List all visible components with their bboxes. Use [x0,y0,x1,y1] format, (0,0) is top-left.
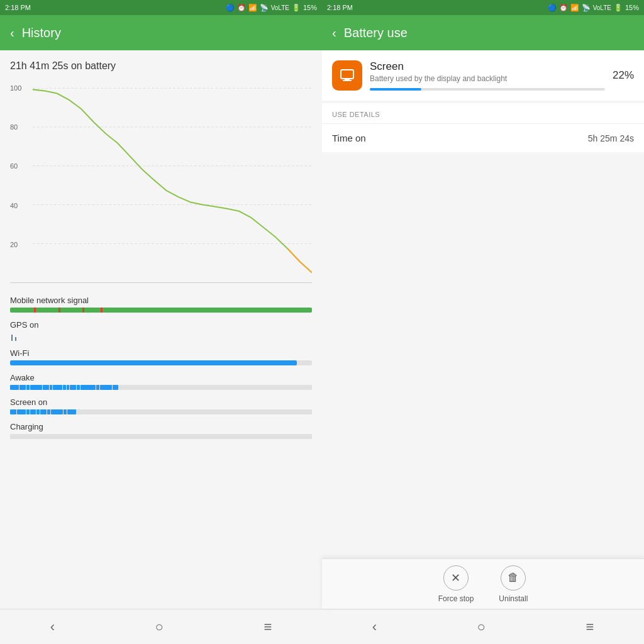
time-on-value: 5h 25m 24s [588,133,634,143]
screen-card: Screen Battery used by the display and b… [322,50,644,101]
force-stop-button[interactable]: ✕ Force stop [438,565,474,603]
volte-label-r: VoLTE [593,4,611,11]
header-left: ‹ History [0,15,322,50]
uninstall-button[interactable]: 🗑 Uninstall [499,565,528,603]
battery-duration: 21h 41m 25s on battery [10,60,312,72]
screen-on-row: Screen on [10,397,312,414]
y-label-40: 40 [10,202,30,209]
y-label-60: 60 [10,162,30,170]
gps-label: GPS on [10,320,312,330]
mobile-network-bar [10,308,312,313]
status-bar-right: 2:18 PM 🔵 ⏰ 📶 📡 VoLTE 🔋 15% [322,0,644,15]
nav-home-right[interactable]: ○ [477,619,486,635]
right-content: Screen Battery used by the display and b… [322,50,644,609]
screen-icon-wrap [332,60,362,91]
status-bar-left: 2:18 PM 🔵 ⏰ 📶 📡 VoLTE 🔋 15% [0,0,322,15]
wifi-icon-r: 📶 [570,4,579,12]
nav-menu-right[interactable]: ≡ [586,619,594,635]
charging-row: Charging [10,422,312,439]
screen-icon [338,67,356,84]
bluetooth-icon: 🔵 [226,4,235,12]
wifi-bar [10,360,312,365]
charging-bar [10,434,312,439]
uninstall-label: Uninstall [499,594,528,603]
wifi-label: Wi-Fi [10,348,312,358]
mobile-network-label: Mobile network signal [10,296,312,305]
back-button-right[interactable]: ‹ [332,26,336,40]
mobile-network-row: Mobile network signal [10,296,312,313]
nav-back-left[interactable]: ‹ [50,619,55,635]
header-right: ‹ Battery use [322,15,644,50]
network-tick-3 [82,308,84,313]
time-on-label: Time on [332,133,366,143]
signal-icon-r: 📡 [582,4,591,12]
page-title-left: History [22,26,61,40]
nav-bar-left: ‹ ○ ≡ [0,609,322,644]
y-label-80: 80 [10,123,30,131]
force-stop-circle: ✕ [443,565,469,591]
awake-row: Awake [10,373,312,390]
charging-label: Charging [10,422,312,431]
force-stop-bar: ✕ Force stop 🗑 Uninstall [322,558,644,609]
force-stop-label: Force stop [438,594,474,603]
wifi-row: Wi-Fi [10,348,312,365]
use-details-header: USE DETAILS [322,103,644,123]
svg-rect-5 [341,70,353,79]
screen-desc: Battery used by the display and backligh… [370,74,605,83]
back-button-left[interactable]: ‹ [10,26,14,40]
screen-name: Screen [370,60,605,73]
nav-menu-left[interactable]: ≡ [264,619,272,635]
battery-line-chart [33,82,312,282]
battery-icon-r: 🔋 [614,4,623,12]
awake-bar [10,385,312,390]
awake-label: Awake [10,373,312,382]
gps-row: GPS on [10,320,312,341]
signal-icon: 📡 [260,4,269,12]
usage-bar-fill [370,88,421,91]
network-tick-2 [58,308,60,313]
screen-on-bar [10,409,312,414]
usage-bar-wrap [370,88,605,91]
time-left: 2:18 PM [5,4,31,11]
bluetooth-icon-r: 🔵 [548,4,557,12]
battery-icon: 🔋 [292,4,301,12]
alarm-icon-r: ⏰ [559,4,568,12]
page-title-right: Battery use [344,26,408,40]
alarm-icon: ⏰ [237,4,246,12]
time-on-row: Time on 5h 25m 24s [322,123,644,152]
network-tick-1 [34,308,36,313]
time-right: 2:18 PM [327,4,353,11]
battery-pct-right: 15% [625,4,639,11]
nav-bar-right: ‹ ○ ≡ [322,609,644,644]
screen-percent: 22% [613,69,634,82]
screen-header: Screen Battery used by the display and b… [332,60,634,91]
wifi-icon: 📶 [248,4,257,12]
volte-label: VoLTE [271,4,289,11]
gps-bar [10,332,312,341]
y-label-100: 100 [10,84,30,92]
y-label-20: 20 [10,241,30,248]
uninstall-circle: 🗑 [501,565,526,591]
screen-on-label: Screen on [10,397,312,407]
nav-home-left[interactable]: ○ [155,619,164,635]
signal-section: Mobile network signal GPS on Wi-Fi [10,296,312,439]
battery-chart: 100 80 60 40 20 [10,82,312,283]
battery-pct-left: 15% [303,4,317,11]
left-content: 21h 41m 25s on battery 100 80 60 40 20 [0,50,322,609]
screen-info: Screen Battery used by the display and b… [370,60,605,91]
nav-back-right[interactable]: ‹ [372,619,377,635]
network-tick-4 [101,308,103,313]
